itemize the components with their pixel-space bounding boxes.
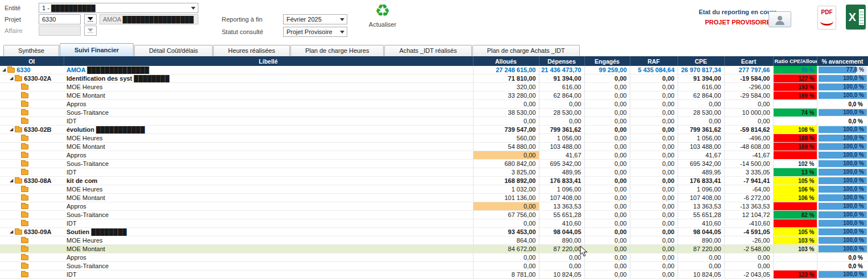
cell-ratio[interactable]: 193 % [773, 83, 817, 91]
cell-libelle[interactable]: MOE Montant [64, 143, 473, 151]
cell-raf[interactable]: 0,00 [630, 168, 678, 177]
cell-cpe[interactable]: 0,00 [678, 100, 724, 109]
cell-avancement[interactable]: 100,0 % [817, 228, 868, 236]
cell-raf[interactable]: 0,00 [630, 202, 678, 211]
cell-ratio[interactable]: 13 % [773, 168, 817, 177]
cell-raf[interactable]: 0,00 [630, 109, 678, 117]
cell-libelle[interactable]: Identification des syst ████████ [64, 74, 473, 83]
table-row[interactable]: MOE Heures560,001 056,000,000,001 056,00… [0, 134, 868, 143]
cell-oi[interactable]: ◢6330-02A [0, 74, 64, 83]
cell-oi[interactable] [0, 91, 64, 100]
cell-oi[interactable] [0, 211, 64, 219]
cell-raf[interactable]: 0,00 [630, 134, 678, 143]
cell-ecart[interactable]: -13 363,53 [724, 202, 773, 211]
cell-engages[interactable]: 0,00 [584, 270, 630, 279]
projet-lookup-button[interactable] [84, 14, 97, 24]
cell-avancement[interactable]: 0,0 % [817, 117, 868, 126]
cell-cpe[interactable]: 695 342,00 [678, 160, 724, 168]
cell-raf[interactable]: 0,00 [630, 143, 678, 151]
cell-cpe[interactable]: 98 044,05 [678, 228, 724, 236]
cell-oi[interactable]: ◢6330-02B [0, 126, 64, 134]
table-row[interactable]: Appros0,0013 363,530,000,0013 363,53-13 … [0, 202, 868, 211]
excel-export-button[interactable]: X [846, 5, 866, 30]
cell-cpe[interactable]: 890,00 [678, 236, 724, 245]
table-row[interactable]: Appros0,000,000,000,000,000,000,0 % [0, 100, 868, 109]
cell-avancement[interactable]: 100,0 % [817, 74, 868, 83]
cell-engages[interactable]: 0,00 [584, 109, 630, 117]
cell-engages[interactable]: 0,00 [584, 160, 630, 168]
cell-alloues[interactable]: 168 892,00 [473, 177, 539, 185]
cell-avancement[interactable]: 100,0 % [817, 126, 868, 134]
cell-engages[interactable]: 0,00 [584, 117, 630, 126]
cell-ecart[interactable]: -496,00 [724, 134, 773, 143]
cell-ecart[interactable]: -410,60 [724, 219, 773, 228]
cell-libelle[interactable]: Sous-Traitance [64, 262, 473, 270]
table-row[interactable]: IDT0,000,000,000,000,000,000,0 % [0, 117, 868, 126]
cell-depenses[interactable]: 0,00 [539, 253, 584, 262]
table-row[interactable]: MOE Heures1 032,001 096,000,000,001 096,… [0, 185, 868, 194]
cell-raf[interactable]: 0,00 [630, 245, 678, 253]
cell-avancement[interactable]: 100,0 % [817, 168, 868, 177]
table-row[interactable]: Appros0,0041,670,000,0041,67-41,67100,0 … [0, 151, 868, 160]
cell-oi[interactable] [0, 270, 64, 279]
cell-engages[interactable]: 99 259,00 [584, 66, 630, 74]
cell-cpe[interactable]: 28 530,00 [678, 109, 724, 117]
table-row[interactable]: Sous-Traitance680 842,00695 342,000,000,… [0, 160, 868, 168]
cell-raf[interactable]: 0,00 [630, 74, 678, 83]
cell-engages[interactable]: 0,00 [584, 74, 630, 83]
cell-oi[interactable] [0, 253, 64, 262]
cell-libelle[interactable]: Appros [64, 100, 473, 109]
cell-ecart[interactable]: 0,00 [724, 262, 773, 270]
table-row[interactable]: MOE Montant33 280,0062 864,000,000,0062 … [0, 91, 868, 100]
cell-oi[interactable] [0, 151, 64, 160]
cell-engages[interactable]: 0,00 [584, 194, 630, 202]
cell-ecart[interactable]: -2 548,00 [724, 245, 773, 253]
cell-avancement[interactable]: 100,0 % [817, 177, 868, 185]
cell-depenses[interactable]: 1 056,00 [539, 134, 584, 143]
cell-avancement[interactable]: 100,0 % [817, 91, 868, 100]
cell-alloues[interactable]: 38 530,00 [473, 109, 539, 117]
cell-alloues[interactable]: 54 880,00 [473, 143, 539, 151]
expand-toggle-icon[interactable]: ◢ [2, 68, 6, 72]
cell-oi[interactable] [0, 185, 64, 194]
expand-toggle-icon[interactable]: ◢ [10, 127, 13, 132]
cell-libelle[interactable]: kit de com [64, 177, 473, 185]
table-row[interactable]: MOE Montant54 880,00103 488,000,000,0010… [0, 143, 868, 151]
cell-oi[interactable] [0, 143, 64, 151]
cell-avancement[interactable]: 100,0 % [817, 236, 868, 245]
cell-ecart[interactable]: -14 500,00 [724, 160, 773, 168]
tab-achats-idt-r-alis-s[interactable]: Achats _IDT réalisés [384, 45, 471, 56]
column-header-oi[interactable]: OI [0, 56, 64, 66]
cell-libelle[interactable]: MOE Montant [64, 194, 473, 202]
cell-avancement[interactable]: 100,0 % [817, 109, 868, 117]
tab-suivi-financier[interactable]: Suivi Financier [60, 43, 134, 56]
cell-engages[interactable]: 0,00 [584, 185, 630, 194]
expand-toggle-icon[interactable]: ◢ [10, 230, 13, 234]
cell-raf[interactable]: 0,00 [630, 194, 678, 202]
cell-avancement[interactable]: 100,0 % [817, 194, 868, 202]
cell-cpe[interactable]: 87 220,00 [678, 245, 724, 253]
cell-engages[interactable]: 0,00 [584, 100, 630, 109]
cell-cpe[interactable]: 0,00 [678, 117, 724, 126]
cell-alloues[interactable]: 864,00 [473, 236, 539, 245]
refresh-button[interactable]: ♻ Actualiser [363, 1, 402, 28]
cell-depenses[interactable]: 489,95 [539, 168, 584, 177]
cell-avancement[interactable]: 0,0 % [817, 100, 868, 109]
cell-avancement[interactable]: 100,0 % [817, 270, 868, 279]
cell-alloues[interactable]: 0,00 [473, 151, 539, 160]
cell-alloues[interactable]: 560,00 [473, 134, 539, 143]
table-row[interactable]: Sous-Traitance38 530,0028 530,000,000,00… [0, 109, 868, 117]
cell-ecart[interactable]: -48 608,00 [724, 143, 773, 151]
cell-alloues[interactable]: 680 842,00 [473, 160, 539, 168]
cell-engages[interactable]: 0,00 [584, 219, 630, 228]
reporting-select[interactable]: Février 2025 [283, 14, 347, 24]
statut-select[interactable]: Projet Provisoire [283, 27, 347, 37]
cell-cpe[interactable]: 10 824,05 [678, 270, 724, 279]
table-row[interactable]: ◢6330-08Akit de com168 892,00176 833,410… [0, 177, 868, 185]
cell-raf[interactable]: 0,00 [630, 151, 678, 160]
cell-cpe[interactable]: 107 408,00 [678, 194, 724, 202]
cell-alloues[interactable]: 101 136,00 [473, 194, 539, 202]
cell-depenses[interactable]: 41,67 [539, 151, 584, 160]
cell-cpe[interactable]: 41,67 [678, 151, 724, 160]
cell-cpe[interactable]: 62 864,00 [678, 91, 724, 100]
